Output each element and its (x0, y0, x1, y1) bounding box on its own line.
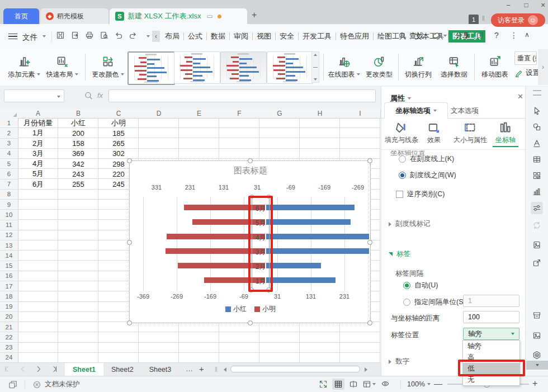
row-header-22[interactable]: 22 (0, 332, 18, 342)
switch-row-col-button[interactable]: 切换行列 (401, 53, 435, 82)
fx-icon[interactable]: fx (97, 91, 103, 100)
share-arrow-icon[interactable] (531, 257, 543, 269)
column-header-D[interactable]: D (139, 109, 179, 118)
cell-A2[interactable]: 1月 (18, 128, 58, 138)
quick-layout-button[interactable]: 快速布局 (45, 53, 79, 82)
new-tab-button[interactable]: + (252, 10, 257, 20)
menu-item-8[interactable]: 特色应用 (336, 30, 373, 42)
zoom-out-button[interactable]: — (434, 379, 442, 388)
tab-axis-options[interactable]: 坐标轴选项 (384, 102, 448, 119)
cell-A1[interactable]: 月份销量 (18, 118, 58, 128)
section-tick-marks[interactable]: 刻度线标记 (389, 219, 431, 229)
cell-B3[interactable]: 158 (58, 139, 98, 149)
sheet-next-icon[interactable] (35, 365, 42, 373)
sheet-prev-icon[interactable] (19, 365, 27, 373)
subtab-3[interactable]: 大小与属性 (452, 121, 489, 145)
expand-view-icon[interactable] (319, 380, 328, 389)
ribbon-expand-icon[interactable]: › (538, 49, 548, 85)
row-header-11[interactable]: 11 (0, 220, 18, 230)
gallery-scroll[interactable] (311, 51, 319, 83)
cursor-icon[interactable] (531, 105, 543, 117)
chart-title[interactable]: 图表标题 (130, 166, 371, 176)
orientation-combo[interactable]: 垂直 (类 (514, 51, 537, 65)
bar-小红-2月[interactable] (266, 263, 321, 268)
cascade-icon[interactable] (8, 380, 18, 390)
formula-input[interactable] (108, 89, 376, 102)
cell-A7[interactable]: 6月 (18, 180, 58, 190)
name-box[interactable] (4, 89, 64, 102)
column-header-G[interactable]: G (259, 109, 300, 118)
radio-auto[interactable]: 自动(U) (403, 281, 438, 290)
online-chart-button[interactable]: 在线图表 (327, 53, 361, 82)
column-header-B[interactable]: B (58, 109, 99, 118)
close-button[interactable]: × (536, 1, 548, 10)
chart-legend[interactable]: 小红小明 (130, 304, 371, 314)
label-position-select[interactable]: 轴旁 (463, 328, 519, 340)
subtab-1[interactable]: 填充与线条 (387, 121, 416, 145)
hscroll-left-icon[interactable] (224, 367, 226, 372)
change-type-button[interactable]: 更改类型 (362, 53, 396, 82)
cell-C3[interactable]: 265 (98, 139, 139, 149)
section-number[interactable]: 数字 (389, 357, 409, 366)
format-button[interactable]: 设置格 (514, 68, 539, 78)
row-header-12[interactable]: 12 (0, 230, 18, 240)
hscroll-right-icon[interactable] (365, 367, 367, 372)
export-icon[interactable] (70, 31, 79, 40)
select-data-button[interactable]: 选择数据 (437, 53, 471, 82)
cell-A4[interactable]: 3月 (18, 149, 58, 159)
bar-小红-1月[interactable] (266, 277, 336, 283)
splitter-icon[interactable]: ‖ (215, 366, 218, 374)
help-icon[interactable]: ? (494, 31, 499, 40)
sliders-icon[interactable] (531, 202, 543, 214)
row-header-14[interactable]: 14 (0, 251, 18, 261)
guest-login-button[interactable]: 访客登录 ☺ (491, 13, 545, 27)
message-badge[interactable]: 1 (469, 15, 479, 25)
row-header-24[interactable]: 24 (0, 353, 18, 363)
sheet-last-icon[interactable] (50, 365, 58, 373)
bar-小红-4月[interactable] (266, 234, 369, 239)
drag-handle-icon[interactable] (533, 90, 541, 96)
specify-interval-input[interactable]: 1 (463, 295, 519, 307)
kebab-icon[interactable]: ⋮ (510, 31, 518, 40)
reading-view-icon[interactable] (380, 380, 390, 388)
bar-小红-3月[interactable] (266, 248, 369, 254)
print-icon[interactable] (85, 31, 94, 40)
row-header-6[interactable]: 6 (0, 169, 18, 179)
section-labels[interactable]: 标签 (389, 249, 410, 259)
sync-icon[interactable] (531, 219, 543, 232)
cell-B6[interactable]: 243 (58, 169, 98, 179)
cell-B5[interactable]: 342 (58, 159, 98, 169)
row-header-5[interactable]: 5 (0, 159, 18, 169)
change-color-button[interactable]: 更改颜色 (91, 53, 125, 82)
subtab-2[interactable]: 效果 (419, 121, 448, 145)
selection-handle[interactable] (367, 320, 372, 325)
cell-A5[interactable]: 4月 (18, 159, 58, 169)
toolbar-overflow-icon[interactable] (526, 361, 548, 370)
chart-style-thumbnail-3[interactable] (220, 51, 267, 84)
row-header-1[interactable]: 1 (0, 118, 18, 128)
tab-templates[interactable]: ◆ 稻壳模板 (40, 8, 108, 24)
row-header-13[interactable]: 13 (0, 240, 18, 251)
column-header-C[interactable]: C (98, 109, 139, 118)
picture-icon[interactable] (531, 329, 543, 342)
row-header-20[interactable]: 20 (0, 312, 18, 322)
selection-handle[interactable] (127, 320, 132, 325)
radio-between-tick[interactable]: 刻度线之间(W) (399, 171, 456, 180)
row-header-19[interactable]: 19 (0, 302, 18, 312)
preview-icon[interactable] (100, 31, 108, 40)
sheet-tab-Sheet1[interactable]: Sheet1 (65, 363, 103, 376)
protection-status[interactable]: 文档未保护 (32, 380, 80, 389)
maximize-button[interactable]: □ (519, 1, 533, 10)
dropdown-option-轴旁[interactable]: 轴旁 (463, 341, 519, 352)
column-header-E[interactable]: E (179, 109, 220, 118)
minimize-button[interactable]: – (501, 1, 516, 10)
selection-handle[interactable] (248, 158, 253, 163)
column-header-I[interactable]: I (340, 109, 381, 118)
row-header-3[interactable]: 3 (0, 139, 18, 149)
cell-B2[interactable]: 200 (58, 128, 98, 138)
menu-item-2[interactable]: 公式 (184, 30, 206, 42)
wordart-icon[interactable] (531, 137, 543, 149)
cell-B7[interactable]: 255 (58, 180, 98, 190)
selection-handle[interactable] (127, 240, 132, 245)
radio-specify-interval[interactable]: 指定间隔单位(S) (403, 297, 466, 307)
